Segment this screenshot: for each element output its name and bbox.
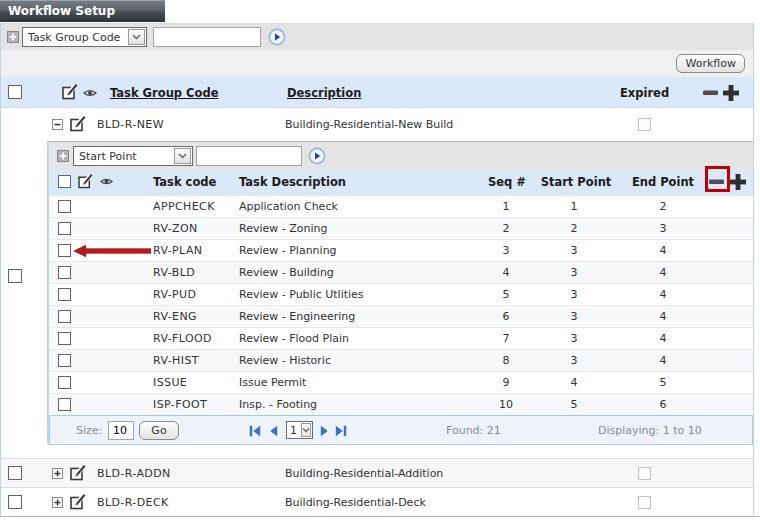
task-row-checkbox[interactable] bbox=[58, 332, 71, 345]
go-button[interactable]: Go bbox=[139, 421, 179, 440]
task-description: Insp. - Footing bbox=[239, 398, 317, 411]
edit-icon[interactable] bbox=[78, 174, 94, 189]
displaying-range: Displaying: 1 to 10 bbox=[598, 424, 702, 437]
panel-left-border bbox=[0, 23, 1, 516]
last-page-icon[interactable] bbox=[335, 425, 347, 437]
task-row-checkbox[interactable] bbox=[58, 222, 71, 235]
expired-checkbox[interactable] bbox=[638, 496, 651, 509]
task-description: Review - Engineering bbox=[239, 310, 355, 323]
expand-all-icon[interactable] bbox=[723, 85, 739, 101]
task-description: Review - Building bbox=[239, 266, 334, 279]
nested-table-header: Task code Task Description Seq # Start P… bbox=[49, 169, 753, 195]
task-description: Issue Permit bbox=[239, 376, 306, 389]
row-checkbox[interactable] bbox=[8, 495, 22, 509]
collapse-row-icon[interactable] bbox=[52, 119, 63, 130]
task-row-rv-bld: RV-BLDReview - Building434 bbox=[49, 261, 753, 283]
task-row-checkbox[interactable] bbox=[58, 354, 71, 367]
group-row-bld-r-addn[interactable]: BLD-R-ADDN Building-Residential-Addition bbox=[0, 458, 753, 487]
task-start-point: 3 bbox=[534, 354, 614, 367]
group-description: Building-Residential-New Build bbox=[285, 118, 453, 131]
expand-all-icon[interactable] bbox=[730, 174, 746, 190]
column-header-task-code[interactable]: Task code bbox=[153, 175, 216, 189]
column-header-task-group-code[interactable]: Task Group Code bbox=[110, 86, 218, 100]
group-code: BLD-R-NEW bbox=[97, 118, 164, 131]
task-description: Review - Planning bbox=[239, 244, 337, 257]
nested-search-input[interactable] bbox=[196, 146, 302, 166]
task-code: RV-ENG bbox=[153, 310, 197, 323]
row-checkbox-bld-r-new[interactable] bbox=[8, 269, 22, 283]
first-page-icon[interactable] bbox=[249, 425, 261, 437]
task-row-checkbox[interactable] bbox=[58, 398, 71, 411]
edit-icon[interactable] bbox=[70, 465, 87, 481]
select-all-checkbox[interactable] bbox=[58, 175, 71, 188]
task-row-checkbox[interactable] bbox=[58, 288, 71, 301]
expired-checkbox[interactable] bbox=[638, 118, 651, 131]
group-row-bld-r-new[interactable]: BLD-R-NEW Building-Residential-New Build bbox=[0, 108, 753, 141]
run-search-icon[interactable] bbox=[268, 28, 286, 46]
group-row-bld-r-deck[interactable]: BLD-R-DECK Building-Residential-Deck bbox=[0, 487, 753, 516]
expand-row-icon[interactable] bbox=[52, 497, 63, 508]
nested-search-bar: Start Point bbox=[49, 142, 753, 169]
task-row-checkbox[interactable] bbox=[58, 310, 71, 323]
column-header-description[interactable]: Description bbox=[287, 86, 361, 100]
eye-icon[interactable] bbox=[100, 177, 113, 186]
task-row-isp-foot: ISP-FOOTInsp. - Footing1056 bbox=[49, 393, 753, 415]
task-end-point: 6 bbox=[623, 398, 703, 411]
task-description: Review - Historic bbox=[239, 354, 331, 367]
group-description: Building-Residential-Addition bbox=[285, 467, 443, 480]
add-filter-icon[interactable] bbox=[57, 150, 69, 162]
expand-row-icon[interactable] bbox=[52, 468, 63, 479]
group-code: BLD-R-DECK bbox=[97, 496, 169, 509]
expired-checkbox[interactable] bbox=[638, 467, 651, 480]
eye-icon[interactable] bbox=[83, 88, 97, 98]
task-start-point: 2 bbox=[534, 222, 614, 235]
page-size-input[interactable] bbox=[108, 421, 134, 440]
task-row-checkbox[interactable] bbox=[58, 200, 71, 213]
nested-task-panel: Start Point Task code Task Description S… bbox=[47, 141, 753, 444]
outer-search-field-select[interactable]: Task Group Code bbox=[22, 27, 147, 47]
workflow-button[interactable]: Workflow bbox=[676, 54, 745, 73]
task-row-checkbox[interactable] bbox=[58, 376, 71, 389]
task-row-checkbox[interactable] bbox=[58, 244, 71, 257]
task-code: RV-HIST bbox=[153, 354, 199, 367]
collapse-all-icon[interactable] bbox=[703, 90, 719, 96]
column-header-start-point[interactable]: Start Point bbox=[536, 175, 616, 189]
column-header-end-point[interactable]: End Point bbox=[623, 175, 703, 189]
task-row-checkbox[interactable] bbox=[58, 266, 71, 279]
outer-search-input[interactable] bbox=[153, 27, 261, 47]
task-description: Review - Flood Plain bbox=[239, 332, 349, 345]
previous-page-icon[interactable] bbox=[269, 425, 278, 437]
task-end-point: 4 bbox=[623, 266, 703, 279]
edit-icon[interactable] bbox=[70, 494, 87, 510]
outer-search-field-value: Task Group Code bbox=[23, 28, 127, 46]
task-description: Review - Public Utlities bbox=[239, 288, 364, 301]
task-row-rv-hist: RV-HISTReview - Historic834 bbox=[49, 349, 753, 371]
run-search-icon[interactable] bbox=[308, 147, 326, 165]
select-all-checkbox[interactable] bbox=[8, 85, 22, 99]
outer-search-bar: Task Group Code bbox=[0, 23, 753, 50]
nested-search-field-select[interactable]: Start Point bbox=[73, 146, 193, 166]
row-checkbox[interactable] bbox=[8, 466, 22, 480]
edit-icon[interactable] bbox=[62, 84, 79, 100]
column-header-seq[interactable]: Seq # bbox=[467, 175, 547, 189]
task-row-rv-plan: RV-PLANReview - Planning334 bbox=[49, 239, 753, 261]
task-row-issue: ISSUEIssue Permit945 bbox=[49, 371, 753, 393]
task-code: ISSUE bbox=[153, 376, 187, 389]
task-code: ISP-FOOT bbox=[153, 398, 207, 411]
task-description: Application Check bbox=[239, 200, 338, 213]
page-select-value: 1 bbox=[287, 422, 300, 438]
nested-search-field-value: Start Point bbox=[74, 147, 173, 165]
next-page-icon[interactable] bbox=[320, 425, 329, 437]
add-filter-icon[interactable] bbox=[7, 31, 19, 43]
page-title: Workflow Setup bbox=[0, 0, 165, 22]
task-end-point: 3 bbox=[623, 222, 703, 235]
task-row-rv-flood: RV-FLOODReview - Flood Plain734 bbox=[49, 327, 753, 349]
task-start-point: 3 bbox=[534, 244, 614, 257]
red-arrow-annotation bbox=[73, 244, 151, 258]
edit-icon[interactable] bbox=[70, 116, 87, 132]
panel-right-border bbox=[753, 23, 754, 516]
group-code: BLD-R-ADDN bbox=[97, 467, 171, 480]
task-row-rv-zon: RV-ZONReview - Zoning223 bbox=[49, 217, 753, 239]
column-header-task-description[interactable]: Task Description bbox=[239, 175, 346, 189]
page-select[interactable]: 1 bbox=[286, 421, 313, 439]
